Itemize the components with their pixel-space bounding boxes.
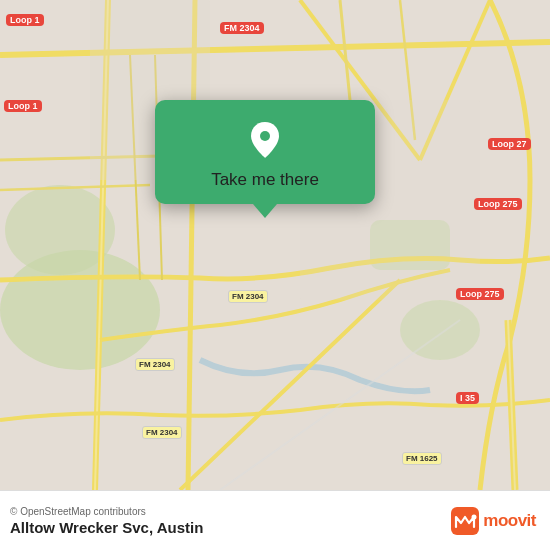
moovit-logo[interactable]: moovit [451,507,536,535]
take-me-there-button[interactable]: Take me there [211,170,319,190]
location-name: Alltow Wrecker Svc, Austin [10,519,203,536]
map-svg [0,0,550,490]
road-label-fm2304-mid: FM 2304 [228,290,268,303]
road-badge-loop275-top: Loop 275 [474,198,522,210]
copyright-text: © OpenStreetMap contributors [10,506,203,517]
road-badge-loop275-bot: Loop 275 [456,288,504,300]
moovit-brand-name: moovit [483,511,536,531]
road-badge-loop27: Loop 27 [488,138,531,150]
bottom-left: © OpenStreetMap contributors Alltow Wrec… [10,506,203,536]
svg-point-23 [260,131,270,141]
road-label-fm1625: FM 1625 [402,452,442,465]
road-label-fm2304-bot1: FM 2304 [135,358,175,371]
location-pin-icon [243,118,287,162]
svg-point-25 [472,514,477,519]
map-container: Loop 1 Loop 1 FM 2304 Loop 27 Loop 275 L… [0,0,550,490]
road-label-fm2304-bot2: FM 2304 [142,426,182,439]
road-badge-i35: I 35 [456,392,479,404]
svg-point-4 [400,300,480,360]
tooltip-card: Take me there [155,100,375,204]
road-badge-fm2304-top: FM 2304 [220,22,264,34]
road-badge-loop1-top: Loop 1 [6,14,44,26]
moovit-brand-icon [451,507,479,535]
bottom-bar: © OpenStreetMap contributors Alltow Wrec… [0,490,550,550]
road-badge-loop1-mid: Loop 1 [4,100,42,112]
